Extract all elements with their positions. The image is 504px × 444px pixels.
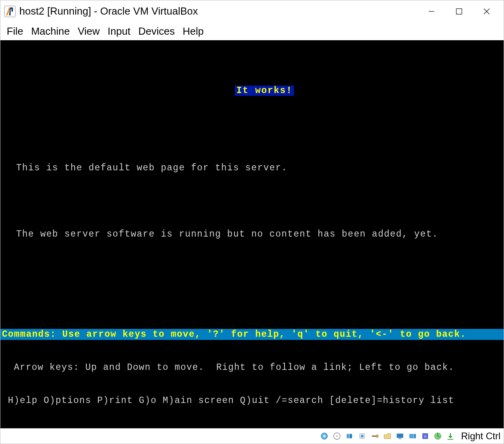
audio-icon[interactable] xyxy=(344,431,355,441)
vm-status-bar: V Right Ctrl xyxy=(0,428,504,444)
maximize-button[interactable] xyxy=(445,2,473,21)
lynx-footer: Commands: Use arrow keys to move, '?' fo… xyxy=(0,307,504,428)
menu-machine[interactable]: Machine xyxy=(27,24,74,39)
svg-point-8 xyxy=(336,435,338,437)
menu-bar: File Machine View Input Devices Help xyxy=(0,22,504,40)
recording-icon[interactable] xyxy=(407,431,418,441)
window-titlebar: host2 [Running] - Oracle VM VirtualBox xyxy=(0,0,504,22)
guest-display[interactable]: It works! This is the default web page f… xyxy=(0,40,504,428)
svg-rect-15 xyxy=(399,438,401,439)
processor-icon[interactable]: V xyxy=(420,431,430,441)
menu-file[interactable]: File xyxy=(3,24,27,39)
close-button[interactable] xyxy=(473,2,500,21)
svg-rect-14 xyxy=(397,434,404,438)
svg-rect-12 xyxy=(361,435,363,437)
minimize-button[interactable] xyxy=(418,2,445,21)
virtualbox-icon xyxy=(4,5,16,18)
lynx-hint-1: Arrow keys: Up and Down to move. Right t… xyxy=(0,362,504,373)
svg-point-6 xyxy=(323,435,325,437)
svg-rect-21 xyxy=(448,439,454,440)
optical-disk-icon[interactable] xyxy=(332,431,342,441)
lynx-hint-2: H)elp O)ptions P)rint G)o M)ain screen Q… xyxy=(0,395,504,406)
svg-rect-16 xyxy=(409,434,414,438)
network-icon[interactable] xyxy=(357,431,367,441)
page-heading: It works! xyxy=(235,86,294,96)
hard-disk-icon[interactable] xyxy=(319,431,329,441)
page-paragraph-1: This is the default web page for this se… xyxy=(0,162,504,173)
window-title: host2 [Running] - Oracle VM VirtualBox xyxy=(19,5,198,17)
svg-rect-17 xyxy=(414,434,416,438)
svg-rect-13 xyxy=(376,435,379,437)
svg-rect-9 xyxy=(347,434,349,438)
menu-view[interactable]: View xyxy=(74,24,104,39)
svg-rect-2 xyxy=(456,9,462,14)
mouse-integration-icon[interactable] xyxy=(433,431,443,441)
menu-input[interactable]: Input xyxy=(104,24,134,39)
host-key-label: Right Ctrl xyxy=(461,431,500,442)
menu-devices[interactable]: Devices xyxy=(134,24,179,39)
svg-rect-10 xyxy=(350,434,352,438)
shared-folders-icon[interactable] xyxy=(382,431,392,441)
lynx-commands-line: Commands: Use arrow keys to move, '?' fo… xyxy=(0,329,504,340)
svg-text:V: V xyxy=(424,435,427,438)
display-icon[interactable] xyxy=(395,431,405,441)
menu-help[interactable]: Help xyxy=(179,24,207,39)
page-paragraph-2: The web server software is running but n… xyxy=(0,229,504,240)
keyboard-capture-icon[interactable] xyxy=(445,431,456,441)
usb-icon[interactable] xyxy=(370,431,380,441)
